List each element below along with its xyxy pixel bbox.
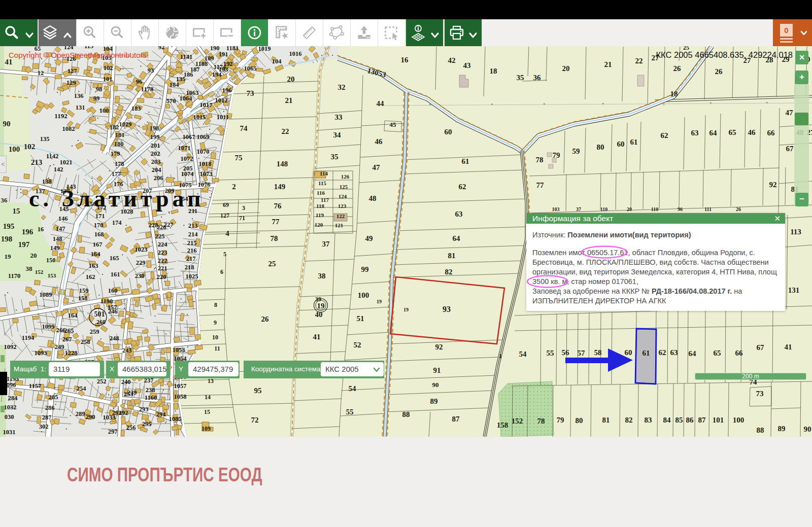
svg-text:215: 215: [187, 239, 197, 247]
svg-text:66: 66: [767, 129, 775, 137]
svg-text:224: 224: [158, 241, 168, 248]
svg-text:98: 98: [96, 86, 103, 93]
svg-text:15: 15: [13, 207, 20, 215]
svg-text:163: 163: [89, 262, 98, 269]
svg-text:295: 295: [142, 420, 152, 428]
svg-text:116: 116: [317, 190, 325, 196]
svg-text:223: 223: [158, 249, 167, 256]
svg-text:1085: 1085: [169, 415, 182, 423]
svg-text:1019: 1019: [258, 46, 271, 52]
svg-text:46: 46: [748, 128, 756, 136]
svg-text:32: 32: [338, 83, 346, 91]
svg-text:135: 135: [40, 135, 50, 143]
svg-text:82: 82: [445, 268, 453, 276]
svg-text:1071: 1071: [178, 145, 191, 152]
svg-text:11: 11: [214, 345, 220, 352]
svg-text:63: 63: [691, 129, 699, 137]
svg-text:42: 42: [448, 56, 456, 64]
svg-text:302: 302: [39, 423, 49, 430]
svg-text:46: 46: [375, 137, 383, 146]
svg-text:229: 229: [136, 259, 146, 266]
svg-text:114: 114: [320, 170, 328, 177]
svg-text:73: 73: [247, 89, 254, 97]
svg-text:77: 77: [272, 218, 280, 226]
svg-text:34: 34: [333, 131, 342, 139]
svg-text:9: 9: [214, 319, 217, 326]
svg-text:38: 38: [26, 265, 33, 272]
svg-text:8: 8: [214, 301, 217, 308]
svg-text:51: 51: [357, 314, 364, 323]
svg-text:93: 93: [443, 305, 451, 313]
svg-text:62: 62: [659, 348, 666, 357]
svg-text:216: 216: [187, 247, 197, 254]
svg-text:21: 21: [285, 96, 293, 104]
svg-text:1023: 1023: [135, 246, 148, 253]
svg-text:168: 168: [94, 231, 104, 238]
svg-text:1057: 1057: [174, 382, 187, 390]
svg-text:16: 16: [401, 56, 409, 64]
svg-text:41: 41: [313, 333, 321, 341]
svg-text:6: 6: [220, 268, 223, 275]
svg-text:191: 191: [219, 51, 228, 58]
svg-text:71: 71: [239, 215, 245, 222]
svg-text:1015: 1015: [193, 114, 206, 121]
svg-text:164: 164: [68, 312, 78, 319]
svg-text:64: 64: [709, 129, 718, 137]
svg-text:89: 89: [778, 425, 786, 433]
svg-text:260: 260: [96, 319, 106, 326]
svg-text:258: 258: [81, 338, 90, 345]
svg-text:100: 100: [9, 145, 20, 153]
svg-text:284: 284: [8, 395, 18, 402]
svg-text:100: 100: [99, 107, 109, 114]
svg-text:256: 256: [126, 424, 136, 431]
svg-text:146: 146: [58, 215, 68, 222]
svg-text:148: 148: [277, 160, 288, 168]
svg-text:52: 52: [354, 341, 361, 349]
svg-text:20: 20: [562, 64, 570, 73]
svg-text:127: 127: [67, 67, 77, 75]
svg-text:20: 20: [287, 75, 295, 83]
svg-text:69: 69: [223, 201, 229, 208]
svg-text:218: 218: [185, 264, 194, 271]
svg-text:35: 35: [331, 153, 339, 161]
svg-text:14: 14: [205, 394, 211, 401]
svg-text:1021: 1021: [60, 159, 73, 166]
svg-text:4: 4: [225, 229, 229, 237]
svg-text:181: 181: [115, 131, 125, 138]
svg-text:1157: 1157: [29, 382, 41, 390]
svg-text:1012: 1012: [215, 97, 228, 104]
svg-text:1029: 1029: [119, 121, 132, 128]
svg-text:40: 40: [315, 310, 323, 319]
svg-text:162: 162: [86, 273, 95, 280]
svg-text:100: 100: [733, 416, 745, 424]
svg-text:1192: 1192: [54, 112, 67, 120]
svg-text:160: 160: [108, 287, 118, 294]
svg-text:19: 19: [403, 307, 409, 312]
svg-text:22: 22: [635, 57, 643, 65]
svg-text:19: 19: [317, 302, 325, 310]
svg-text:117: 117: [321, 197, 329, 203]
svg-text:99: 99: [93, 95, 100, 102]
svg-text:252: 252: [97, 378, 107, 385]
svg-text:60: 60: [625, 348, 632, 357]
svg-text:92: 92: [769, 181, 777, 189]
svg-text:131: 131: [76, 104, 85, 111]
svg-text:124: 124: [339, 193, 347, 199]
svg-text:190: 190: [210, 46, 220, 52]
svg-text:266: 266: [56, 327, 66, 334]
svg-text:20: 20: [627, 206, 632, 212]
svg-text:1033: 1033: [103, 414, 116, 421]
svg-text:1016: 1016: [289, 50, 302, 57]
svg-text:1018: 1018: [199, 160, 212, 167]
svg-text:290: 290: [86, 413, 95, 420]
svg-text:150: 150: [46, 257, 56, 264]
svg-text:26: 26: [673, 64, 682, 73]
svg-text:1170: 1170: [8, 272, 20, 279]
svg-text:80: 80: [597, 143, 604, 151]
svg-text:131: 131: [788, 286, 800, 294]
svg-text:204: 204: [152, 166, 162, 173]
svg-text:206: 206: [154, 174, 163, 182]
svg-text:65: 65: [714, 349, 721, 357]
svg-text:1011: 1011: [217, 114, 229, 121]
svg-text:161: 161: [111, 271, 120, 278]
